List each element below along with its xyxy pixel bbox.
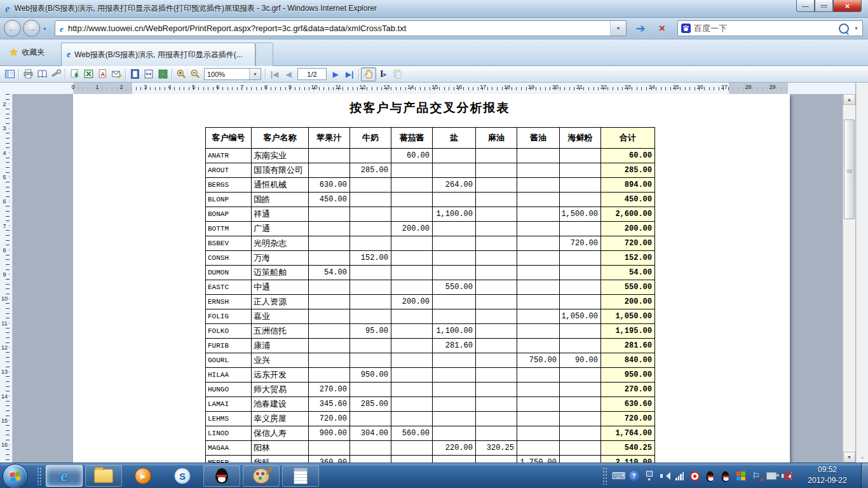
windows-update-icon[interactable] <box>735 471 746 482</box>
go-button[interactable]: ➔ <box>630 20 651 36</box>
taskbar-ie-button[interactable]: e <box>46 465 83 487</box>
windows-flag-icon <box>10 471 20 482</box>
address-bar[interactable]: e http://www.tuowei.cn/WebReport/PrintRe… <box>55 20 627 36</box>
close-button[interactable]: × <box>833 0 862 12</box>
input-method-icon[interactable]: ⌨ <box>613 471 624 482</box>
search-magnifier-icon[interactable] <box>839 24 849 34</box>
taskbar-clock[interactable]: 09:52 2012-09-22 <box>796 464 859 486</box>
search-box[interactable]: 百度一下 ▼ <box>677 20 863 36</box>
table-cell <box>433 236 476 251</box>
taskbar-paint-button[interactable] <box>243 465 280 487</box>
toc-panel-icon[interactable] <box>3 68 17 81</box>
table-cell: 远东开发 <box>252 368 309 383</box>
ruler-number: 3 <box>144 84 147 90</box>
taskbar-qq-button[interactable] <box>203 465 240 487</box>
start-button[interactable] <box>3 464 28 488</box>
table-cell <box>309 163 350 178</box>
text-select-tool-button[interactable]: I▸ <box>376 68 390 81</box>
tab-active[interactable]: e Web报表(B/S报表)演示, 用报表打印显示器插件(... <box>61 43 255 66</box>
export-pdf-icon[interactable]: A <box>95 68 109 81</box>
taskbar-sogou-button[interactable]: S <box>164 465 201 487</box>
table-cell: ANATR <box>206 149 252 163</box>
page-indicator[interactable]: 1/2 <box>297 68 327 80</box>
taskbar-notepad-button[interactable] <box>282 465 319 487</box>
scroll-up-button[interactable]: ▲ <box>843 94 855 105</box>
ruler-number: 15 <box>0 417 9 424</box>
network-plug-icon[interactable] <box>766 471 776 482</box>
notepad-icon <box>294 468 308 484</box>
view-page-width-icon[interactable] <box>142 68 156 81</box>
action-center-icon[interactable]: ⚐ <box>750 471 761 482</box>
ruler-number: 15 <box>431 84 438 90</box>
table-cell <box>517 149 560 163</box>
browser-scrollbar[interactable]: ▼ <box>856 83 868 463</box>
help-tray-icon[interactable]: ? <box>628 471 639 482</box>
table-cell: 450.00 <box>309 193 350 207</box>
view-whole-page-icon[interactable] <box>128 68 142 81</box>
search-input[interactable]: 百度一下 <box>694 23 839 34</box>
paint-icon <box>253 468 269 484</box>
hand-tool-button[interactable] <box>361 67 376 81</box>
first-page-button[interactable]: |◀ <box>268 70 281 79</box>
history-dropdown[interactable]: ▼ <box>43 27 47 31</box>
page-setup-icon[interactable] <box>35 68 49 81</box>
table-cell <box>517 295 560 309</box>
vertical-ruler: 2345678910111213141516 <box>0 94 13 463</box>
export-excel-icon[interactable] <box>81 68 95 81</box>
scroll-down-button[interactable]: ▼ <box>843 452 855 463</box>
taskbar-explorer-button[interactable] <box>85 465 122 487</box>
clock-time: 09:52 <box>796 464 859 475</box>
print-icon[interactable] <box>21 68 35 81</box>
table-row: HUNGO师大贸易270.00270.00 <box>206 383 655 397</box>
next-page-button[interactable]: ▶ <box>329 70 342 79</box>
show-hidden-icons[interactable]: ▼ <box>644 471 654 482</box>
security-app-icon[interactable] <box>689 471 700 482</box>
zoom-dropdown-button[interactable]: ▼ <box>249 69 261 79</box>
zoom-select[interactable]: 100% ▼ <box>204 68 261 80</box>
zoom-in-icon[interactable] <box>174 68 188 81</box>
show-desktop-button[interactable] <box>861 463 868 488</box>
forward-button[interactable]: → <box>23 20 40 37</box>
qq-tray-icon-2[interactable] <box>722 472 729 480</box>
favorites-button[interactable]: ★ 收藏夹 <box>4 43 50 61</box>
report-scrollbar[interactable]: ▲ ▼ <box>843 94 855 463</box>
back-button[interactable]: ← <box>4 20 21 37</box>
table-cell <box>476 412 517 426</box>
maximize-button[interactable]: ▭ <box>815 0 833 12</box>
back-icon: ← <box>8 23 17 34</box>
table-cell <box>391 309 433 324</box>
audio-device-icon[interactable] <box>659 471 670 482</box>
table-cell: 630.60 <box>601 397 655 412</box>
taskbar-mediaplayer-button[interactable]: ▶ <box>125 465 161 487</box>
url-text[interactable]: http://www.tuowei.cn/WebReport/PrintRepo… <box>68 24 610 33</box>
clock-date: 2012-09-22 <box>796 475 859 486</box>
table-cell <box>391 163 433 178</box>
email-report-icon[interactable] <box>109 68 123 81</box>
table-cell <box>350 193 391 207</box>
table-cell <box>476 339 517 353</box>
table-cell: 220.00 <box>433 441 476 456</box>
sogou-icon: S <box>174 468 191 484</box>
volume-muted-icon[interactable] <box>781 471 792 482</box>
minimize-button[interactable]: — <box>796 0 815 12</box>
new-tab-button[interactable] <box>255 43 273 66</box>
copy-button[interactable] <box>390 68 404 81</box>
export-file-icon[interactable] <box>67 68 81 81</box>
network-signal-icon[interactable] <box>674 471 685 482</box>
scrollbar-thumb[interactable] <box>844 119 855 219</box>
table-cell: 281.60 <box>433 339 476 353</box>
stop-button[interactable]: × <box>652 20 672 36</box>
table-cell: 祥通 <box>252 207 309 222</box>
print-settings-icon[interactable] <box>49 68 63 81</box>
zoom-out-icon[interactable] <box>188 68 202 81</box>
address-dropdown-button[interactable]: ▼ <box>610 21 626 36</box>
prev-page-button[interactable]: ◀ <box>281 70 295 79</box>
table-cell <box>309 324 350 339</box>
view-multipage-icon[interactable] <box>156 68 170 81</box>
table-cell: 60.00 <box>391 149 433 163</box>
favorites-star-icon: ★ <box>9 46 18 59</box>
table-cell <box>517 412 560 426</box>
search-options-caret[interactable]: ▼ <box>854 26 858 30</box>
qq-tray-icon-1[interactable] <box>707 472 714 480</box>
last-page-button[interactable]: ▶| <box>342 70 356 79</box>
